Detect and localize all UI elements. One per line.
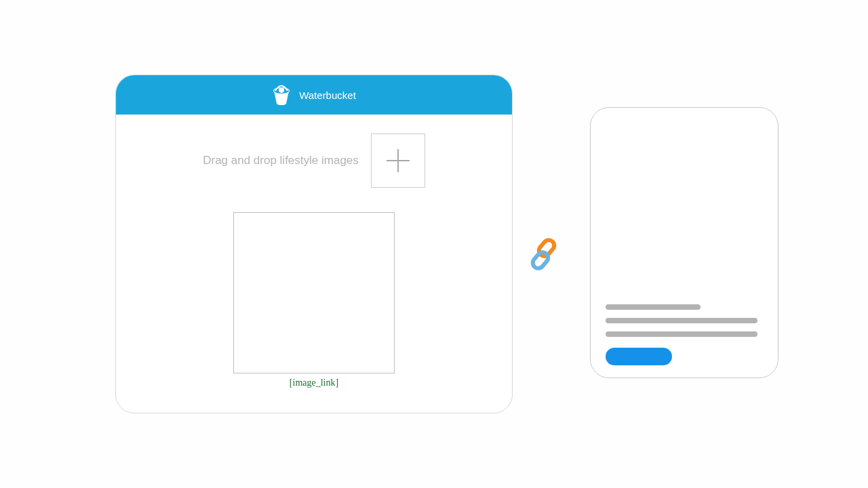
card-text-skeleton-1 xyxy=(606,318,757,323)
panel-header: Waterbucket xyxy=(116,75,512,115)
card-action-button[interactable] xyxy=(606,348,672,365)
add-image-button[interactable] xyxy=(371,134,425,188)
link-chain-icon xyxy=(527,237,559,270)
card-title-skeleton xyxy=(606,304,701,310)
plus-icon xyxy=(387,149,410,172)
panel-title: Waterbucket xyxy=(299,89,356,101)
card-image-area xyxy=(606,120,763,300)
image-preview-placeholder xyxy=(233,212,395,373)
card-text-skeleton-2 xyxy=(606,331,757,337)
preview-area: [image_link] xyxy=(116,212,512,388)
drop-instruction-text: Drag and drop lifestyle images xyxy=(203,154,359,167)
svg-point-2 xyxy=(279,87,284,93)
drop-zone[interactable]: Drag and drop lifestyle images xyxy=(116,134,512,188)
product-card xyxy=(590,107,778,378)
upload-panel: Waterbucket Drag and drop lifestyle imag… xyxy=(115,75,513,413)
image-link-label: [image_link] xyxy=(290,378,338,388)
svg-rect-4 xyxy=(531,250,551,270)
bucket-icon xyxy=(272,84,291,106)
